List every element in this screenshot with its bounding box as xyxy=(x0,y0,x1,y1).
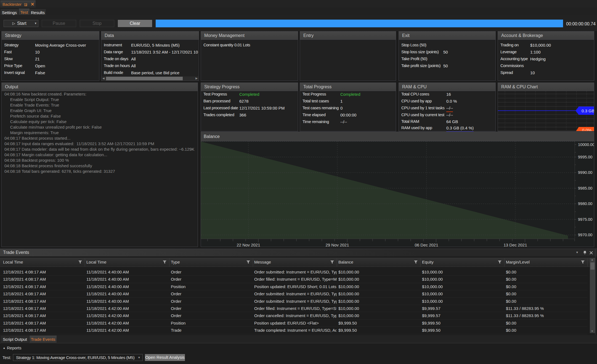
svg-text:13 Dec 2021: 13 Dec 2021 xyxy=(503,243,527,247)
svg-text:9975.00: 9975.00 xyxy=(578,217,592,222)
svg-text:9980.00: 9980.00 xyxy=(578,201,592,206)
svg-text:22 Nov 2021: 22 Nov 2021 xyxy=(237,243,260,247)
svg-text:10000.00: 10000.00 xyxy=(578,142,594,147)
svg-text:9970.00: 9970.00 xyxy=(578,233,592,237)
svg-text:06 Dec 2021: 06 Dec 2021 xyxy=(415,243,438,247)
svg-text:0.3 GB: 0.3 GB xyxy=(582,108,594,113)
svg-text:0.0%: 0.0% xyxy=(582,128,591,131)
svg-text:9985.00: 9985.00 xyxy=(578,186,592,190)
svg-text:29 Nov 2021: 29 Nov 2021 xyxy=(325,243,349,247)
svg-text:9995.00: 9995.00 xyxy=(578,155,592,159)
svg-text:9990.00: 9990.00 xyxy=(578,170,592,175)
